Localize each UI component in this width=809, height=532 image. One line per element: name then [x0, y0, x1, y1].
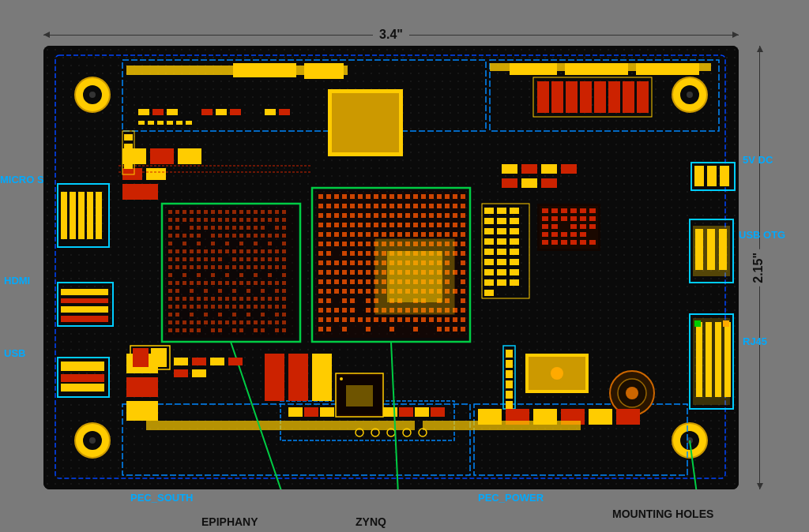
pec-south-label: PEC_SOUTH: [130, 492, 193, 504]
usb-otg-label: USB OTG: [739, 229, 785, 242]
width-label: 3.4": [373, 28, 409, 42]
zynq-label: ZYNQ: [356, 515, 386, 528]
board-container: 3.4" 2.15": [43, 24, 739, 489]
pcb-content: [43, 46, 739, 489]
mounting-holes-label: MOUNTING HOLES: [612, 508, 713, 521]
height-label: 2.15": [751, 249, 766, 287]
rj45-label: RJ45: [743, 335, 767, 347]
dimension-top: 3.4": [43, 24, 739, 46]
five-v-dc-label: 5V DC: [743, 154, 773, 166]
usb-label: USB: [4, 347, 25, 359]
pcb-board: /* placeholder - will use rect elements …: [43, 46, 739, 489]
pec-power-label: PEC_POWER: [478, 492, 544, 504]
hdmi-label: HDMI: [4, 275, 30, 287]
epiphany-label: EPIPHANY: [201, 515, 258, 528]
dimension-right: 2.15": [743, 46, 774, 489]
